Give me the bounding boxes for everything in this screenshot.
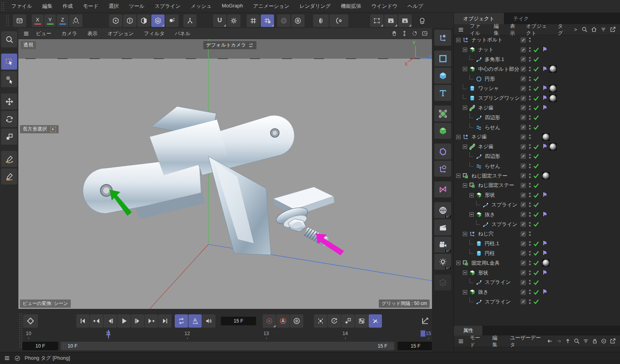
phong-tag-icon[interactable] <box>542 289 548 296</box>
rectangle-spline-button[interactable] <box>434 50 451 66</box>
tweak-button[interactable] <box>1 71 17 87</box>
tree-expander-icon[interactable] <box>463 67 467 71</box>
modeling-axis-button[interactable] <box>434 161 451 177</box>
polygons-mode-button[interactable] <box>137 14 151 27</box>
snap-button[interactable] <box>213 14 226 27</box>
key-pla-button[interactable] <box>369 314 382 328</box>
symmetry-button[interactable] <box>313 14 329 27</box>
filter-icon[interactable] <box>600 26 607 33</box>
enabled-check-icon[interactable] <box>533 192 539 199</box>
home-icon[interactable] <box>591 26 597 33</box>
visibility-dots-icon[interactable] <box>528 95 532 102</box>
visibility-dots-icon[interactable] <box>528 124 532 131</box>
viewport-menu-item[interactable]: 表示 <box>82 30 103 37</box>
edit-toggle-icon[interactable] <box>520 270 526 276</box>
menubar-item[interactable]: ヘルプ <box>403 3 428 10</box>
visibility-dots-icon[interactable] <box>528 133 532 140</box>
tree-row[interactable]: 形状 <box>454 268 620 278</box>
enabled-check-icon[interactable] <box>533 240 539 247</box>
play-mode-button[interactable] <box>188 314 202 328</box>
tree-row[interactable]: ネジ歯 <box>454 132 620 142</box>
material-tag-icon[interactable] <box>542 172 550 179</box>
edit-toggle-icon[interactable] <box>520 144 526 150</box>
camera-object-button[interactable]: ST <box>434 237 451 253</box>
snap-settings-button[interactable] <box>227 14 240 27</box>
material-tag-icon[interactable] <box>542 133 550 141</box>
edit-toggle-icon[interactable] <box>520 192 526 198</box>
enabled-check-icon[interactable] <box>533 201 539 208</box>
camera-label[interactable]: デフォルトカメラ <box>203 41 256 49</box>
menubar-item[interactable]: MoGraph <box>217 3 248 10</box>
light-object-button[interactable]: ST <box>434 254 451 270</box>
tree-expander-icon[interactable] <box>463 183 467 188</box>
enabled-check-icon[interactable] <box>533 172 539 179</box>
play-button[interactable] <box>117 314 131 328</box>
viewport-menu-item[interactable]: オプション <box>103 30 139 37</box>
visibility-dots-icon[interactable] <box>528 279 532 286</box>
visibility-dots-icon[interactable] <box>528 172 532 179</box>
prev-frame-button[interactable] <box>104 314 117 328</box>
object-menu-icon[interactable] <box>458 27 464 33</box>
enabled-check-icon[interactable] <box>533 153 539 160</box>
tree-row[interactable]: らせん <box>454 161 620 171</box>
visibility-dots-icon[interactable] <box>528 143 532 150</box>
null-object-button[interactable] <box>434 30 451 46</box>
enabled-check-icon[interactable] <box>533 250 539 256</box>
edit-toggle-icon[interactable] <box>520 134 526 140</box>
edit-toggle-icon[interactable] <box>520 76 526 82</box>
enabled-check-icon[interactable] <box>533 75 539 82</box>
edit-toggle-icon[interactable] <box>520 105 526 111</box>
render-view-button[interactable] <box>370 14 383 27</box>
viewport-menu-item[interactable]: フィルタ <box>139 30 170 37</box>
edit-toggle-icon[interactable] <box>520 221 526 227</box>
zoom-updown-icon[interactable] <box>401 30 408 37</box>
object-menu-item[interactable]: 表示 <box>506 23 522 37</box>
tree-expander-icon[interactable] <box>469 212 474 217</box>
keying-settings-button[interactable] <box>290 314 303 328</box>
menubar-item[interactable]: モード <box>78 3 104 10</box>
tree-row[interactable]: ねじ穴 <box>454 229 620 239</box>
viewport-layout-icon[interactable] <box>421 30 428 37</box>
phong-tag-icon[interactable] <box>542 85 548 92</box>
stage-button[interactable] <box>434 219 451 235</box>
preview-range-bar[interactable]: 10 F 15 F <box>61 342 394 350</box>
sketch-pen-button[interactable] <box>1 169 17 185</box>
enabled-check-icon[interactable] <box>533 221 539 228</box>
spline-pen-button[interactable] <box>1 151 17 167</box>
falloff-settings-button[interactable] <box>291 14 305 27</box>
record-keyframe-button[interactable] <box>263 314 276 328</box>
camera-swap-icon[interactable] <box>248 43 254 48</box>
tree-row[interactable]: ナットボルト <box>454 35 620 45</box>
menubar-item[interactable]: アニメーション <box>248 3 294 10</box>
interactive-render-button[interactable] <box>416 14 429 27</box>
visibility-dots-icon[interactable] <box>528 230 532 237</box>
lock-workplane-button[interactable] <box>261 14 274 27</box>
visibility-dots-icon[interactable] <box>528 298 532 305</box>
phong-tag-icon[interactable] <box>542 143 548 150</box>
rotate-button[interactable] <box>1 111 17 127</box>
history-back-icon[interactable] <box>547 338 553 344</box>
menubar-item[interactable]: レンダリング <box>294 3 336 10</box>
tree-row[interactable]: 固定用L金具 <box>454 258 620 268</box>
viewport-menu-item[interactable]: カメラ <box>57 30 82 37</box>
panel-grip[interactable] <box>5 15 9 27</box>
tool-flyout-box[interactable] <box>50 127 56 132</box>
visibility-dots-icon[interactable] <box>528 104 532 111</box>
scale-button[interactable] <box>1 129 17 145</box>
loop-playback-button[interactable] <box>175 314 188 328</box>
view-type-label[interactable]: 透視 <box>21 41 36 49</box>
attribute-menu-icon[interactable] <box>458 338 464 344</box>
live-selection-button[interactable] <box>1 54 17 70</box>
menubar-item[interactable]: ファイル <box>6 3 37 10</box>
volume-button[interactable] <box>434 181 451 197</box>
phong-tag-icon[interactable] <box>542 104 548 111</box>
tree-row[interactable]: 形状 <box>454 190 620 200</box>
timeline-ruler[interactable]: 101112131415 <box>18 329 432 339</box>
visibility-dots-icon[interactable] <box>528 114 532 121</box>
phong-tag-icon[interactable] <box>542 66 548 73</box>
edit-toggle-icon[interactable] <box>520 212 526 217</box>
key-scale-button[interactable] <box>341 314 355 328</box>
status-menu-icon[interactable] <box>4 355 10 361</box>
prev-key-button[interactable] <box>90 314 103 328</box>
range-left-grip[interactable] <box>63 343 66 349</box>
